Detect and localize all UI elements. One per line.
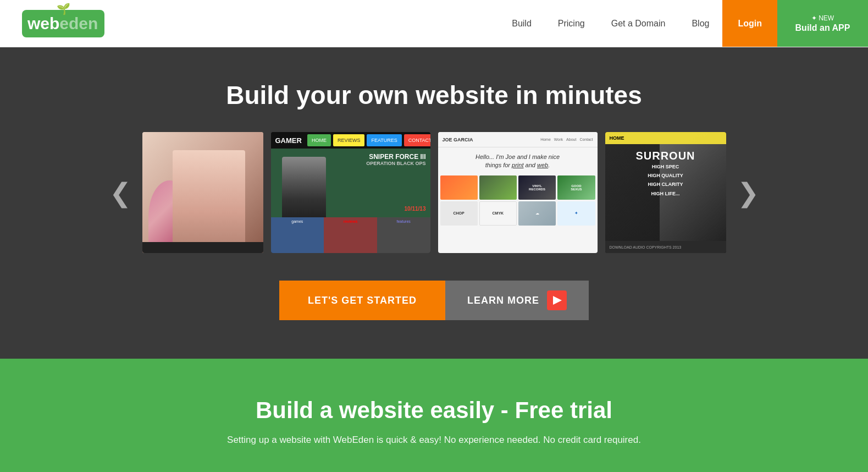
portfolio-nav-work: Work xyxy=(554,138,563,141)
portfolio-thumb-8: ✦ xyxy=(557,201,595,226)
learn-more-button[interactable]: LEARN MORE xyxy=(445,281,589,320)
portfolio-nav-contact: Contact xyxy=(579,138,593,141)
gamer-nav-home: HOME xyxy=(307,134,331,146)
template-fashion[interactable] xyxy=(142,132,263,253)
portfolio-thumb-1 xyxy=(440,175,478,200)
portfolio-thumb-5: CHOP xyxy=(440,201,478,226)
cta-section: LET'S GET STARTED LEARN MORE xyxy=(0,281,868,320)
new-badge: ✦ NEW xyxy=(811,14,834,22)
thumb-vinyl-label: VINYLRECORDS xyxy=(529,184,545,191)
hero-section: Build your own website in minutes ❮ GAME… xyxy=(0,47,868,359)
audio-text-block: SURROUN HIGH SPECHIGH QUALITYHIGH CLARIT… xyxy=(605,144,726,204)
learn-more-label: LEARN MORE xyxy=(467,295,539,306)
thumb-good-label: GOODSEXUS xyxy=(571,184,582,191)
gamer-character xyxy=(282,157,326,217)
play-triangle xyxy=(553,296,562,305)
build-app-label: Build an APP xyxy=(795,23,850,33)
portfolio-grid: VINYLRECORDS GOODSEXUS CHOP CMYK ☁ ✦ xyxy=(438,173,598,228)
carousel-next-arrow[interactable]: ❯ xyxy=(726,177,770,208)
gamer-thumb-3: features xyxy=(377,217,430,253)
thumb-chop-label: CHOP xyxy=(454,211,465,215)
nav-get-a-domain[interactable]: Get a Domain xyxy=(598,0,679,47)
audio-footer-text: DOWNLOAD AUDIO COPYRIGHTS 2013 xyxy=(610,245,682,249)
nav-blog[interactable]: Blog xyxy=(678,0,722,47)
thumb-cloud-label: ☁ xyxy=(535,211,539,216)
gamer-tab-3: features xyxy=(377,217,430,223)
gamer-logo: GAMER xyxy=(275,136,302,145)
template-portfolio[interactable]: JOE GARCIA Home Work About Contact Hello… xyxy=(438,132,598,253)
portfolio-thumb-2 xyxy=(479,175,517,200)
template-gamer[interactable]: GAMER HOME REVIEWS FEATURES CONTACT SNIP… xyxy=(271,132,430,253)
gamer-thumb-2: reviews xyxy=(324,217,377,253)
audio-header: HOME xyxy=(605,132,726,144)
audio-title-surroun: SURROUN xyxy=(610,150,722,162)
audio-body: SURROUN HIGH SPECHIGH QUALITYHIGH CLARIT… xyxy=(605,144,726,253)
portfolio-nav: Home Work About Contact xyxy=(540,138,593,141)
portfolio-bio: Hello... I'm Joe and I make nicethings f… xyxy=(438,147,598,173)
portfolio-header: JOE GARCIA Home Work About Contact xyxy=(438,132,598,147)
portfolio-thumb-7: ☁ xyxy=(518,201,556,226)
gamer-tab-2: reviews xyxy=(324,217,377,223)
logo-wordmark: webeden xyxy=(27,14,98,32)
green-subtitle: Setting up a website with WebEden is qui… xyxy=(22,435,846,446)
nav-build[interactable]: Build xyxy=(499,0,545,47)
carousel-items: GAMER HOME REVIEWS FEATURES CONTACT SNIP… xyxy=(142,132,726,253)
gamer-thumb-1: games xyxy=(271,217,324,253)
thumb-star-label: ✦ xyxy=(574,211,578,216)
template-fashion-content xyxy=(142,132,263,253)
fashion-bottom-bar xyxy=(142,242,263,253)
template-audio[interactable]: HOME SURROUN HIGH SPECHIGH QUALITYHIGH C… xyxy=(605,132,726,253)
gamer-nav-contact: CONTACT xyxy=(404,134,430,146)
logo-web: web xyxy=(27,14,59,32)
gamer-text: SNIPER FORCE III OPERATION BLACK OPS xyxy=(366,153,425,166)
carousel-prev-arrow[interactable]: ❮ xyxy=(98,177,142,208)
nav-login-button[interactable]: Login xyxy=(722,0,777,47)
gamer-nav-features: FEATURES xyxy=(367,134,401,146)
portfolio-thumb-3: VINYLRECORDS xyxy=(518,175,556,200)
main-nav: Build Pricing Get a Domain Blog Login ✦ … xyxy=(499,0,868,47)
logo-leaves-icon: 🌱 xyxy=(57,2,70,15)
header: 🌱 webeden Build Pricing Get a Domain Blo… xyxy=(0,0,868,47)
gamer-header: GAMER HOME REVIEWS FEATURES CONTACT xyxy=(271,132,430,149)
hero-title: Build your own website in minutes xyxy=(0,80,868,110)
logo[interactable]: 🌱 webeden xyxy=(0,10,104,37)
nav-build-app-button[interactable]: ✦ NEW Build an APP xyxy=(777,0,868,47)
portfolio-name: JOE GARCIA xyxy=(443,137,473,142)
portfolio-nav-about: About xyxy=(566,138,576,141)
logo-eden: eden xyxy=(59,14,98,32)
play-icon xyxy=(547,290,567,310)
gamer-footer: games reviews features xyxy=(271,217,430,253)
audio-footer-bar: DOWNLOAD AUDIO COPYRIGHTS 2013 xyxy=(605,241,726,253)
audio-specs: HIGH SPECHIGH QUALITYHIGH CLARITYHIGH LI… xyxy=(610,162,722,198)
green-title: Build a website easily - Free trial xyxy=(22,397,846,424)
gamer-tab-1: games xyxy=(271,217,324,223)
logo-box: 🌱 webeden xyxy=(22,10,104,37)
fashion-figure xyxy=(173,150,245,253)
get-started-button[interactable]: LET'S GET STARTED xyxy=(279,281,445,320)
gamer-nav-reviews: REVIEWS xyxy=(333,134,365,146)
portfolio-nav-home: Home xyxy=(540,138,551,141)
thumb-cmyk-label: CMYK xyxy=(493,211,504,215)
gamer-date: 10/11/13 xyxy=(405,206,426,212)
gamer-body: SNIPER FORCE III OPERATION BLACK OPS 10/… xyxy=(271,149,430,217)
portfolio-thumb-4: GOODSEXUS xyxy=(557,175,595,200)
nav-pricing[interactable]: Pricing xyxy=(545,0,598,47)
green-section: Build a website easily - Free trial Sett… xyxy=(0,359,868,472)
template-carousel: ❮ GAMER HOME REVIEWS FEATURES CONTACT xyxy=(0,132,868,253)
nav-links: Build Pricing Get a Domain Blog Login ✦ … xyxy=(499,0,868,47)
portfolio-thumb-6: CMYK xyxy=(479,201,517,226)
